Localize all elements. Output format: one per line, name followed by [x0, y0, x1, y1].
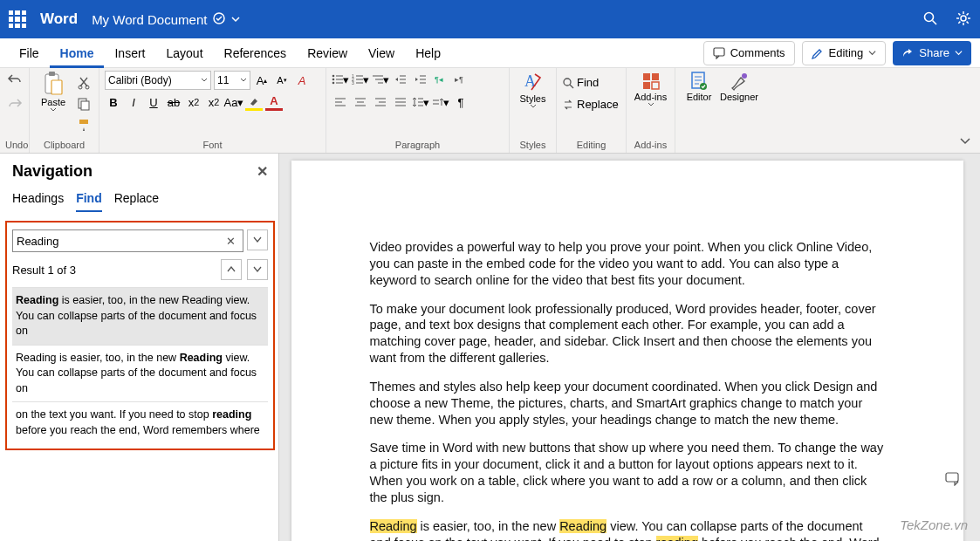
show-marks-button[interactable]: ¶ — [452, 93, 469, 111]
multilevel-list-button[interactable]: ▾ — [372, 71, 389, 88]
align-left-button[interactable] — [332, 93, 349, 111]
clear-format-button[interactable]: A — [293, 72, 311, 89]
shrink-font-button[interactable]: A▾ — [273, 72, 291, 89]
paste-button[interactable]: Paste — [35, 71, 72, 113]
editor-label: Editor — [687, 92, 712, 102]
addins-button[interactable]: Add-ins — [633, 71, 669, 107]
tab-layout[interactable]: Layout — [155, 38, 213, 68]
svg-rect-71 — [946, 473, 958, 482]
navtab-find[interactable]: Find — [76, 191, 102, 212]
font-color-button[interactable]: A — [265, 93, 283, 111]
rtl-button[interactable]: ▸¶ — [452, 71, 469, 88]
search-input[interactable] — [17, 235, 223, 248]
copy-button[interactable] — [75, 95, 93, 113]
strikethrough-button[interactable]: ab — [165, 93, 182, 111]
titlebar: Word My Word Document — [0, 0, 980, 38]
highlight: Reading — [559, 519, 607, 533]
subscript-button[interactable]: x2 — [185, 93, 202, 111]
highlight-color-button[interactable] — [245, 93, 263, 111]
decrease-indent-button[interactable] — [392, 71, 409, 88]
search-icon[interactable] — [922, 10, 938, 29]
comment-indicator-icon[interactable] — [945, 472, 961, 489]
search-input-wrapper: ✕ — [12, 229, 243, 252]
share-button[interactable]: Share — [893, 41, 971, 65]
format-painter-button[interactable] — [75, 116, 93, 134]
menu-tabs: File Home Insert Layout References Revie… — [0, 38, 980, 68]
svg-text:▸¶: ▸¶ — [455, 75, 463, 84]
paragraph: Reading is easier, too, in the new Readi… — [370, 518, 885, 541]
paragraph: To make your document look professionall… — [370, 301, 885, 366]
close-nav-icon[interactable]: ✕ — [257, 163, 268, 180]
svg-point-62 — [564, 79, 571, 86]
italic-button[interactable]: I — [125, 93, 142, 111]
search-result-item[interactable]: Reading is easier, too, in the new Readi… — [12, 287, 268, 345]
svg-line-9 — [967, 21, 969, 23]
document-area[interactable]: Video provides a powerful way to help yo… — [279, 154, 980, 541]
results-list: Reading is easier, too, in the new Readi… — [12, 287, 268, 443]
justify-button[interactable] — [392, 93, 409, 111]
change-case-button[interactable]: Aa▾ — [225, 93, 243, 111]
gear-icon[interactable] — [956, 10, 971, 29]
ltr-button[interactable]: ¶◂ — [432, 71, 449, 88]
ribbon: Undo Paste Clipboard Calibri (Body) 11 A… — [0, 68, 980, 154]
svg-line-10 — [958, 21, 960, 23]
tab-view[interactable]: View — [358, 38, 405, 68]
font-size-combo[interactable]: 11 — [214, 71, 250, 90]
underline-button[interactable]: U — [145, 93, 162, 111]
navtab-headings[interactable]: Headings — [12, 191, 64, 212]
app-launcher-icon[interactable] — [9, 10, 26, 28]
clear-search-icon[interactable]: ✕ — [223, 235, 239, 248]
designer-label: Designer — [720, 92, 758, 102]
doc-title[interactable]: My Word Document — [92, 12, 207, 27]
result-status: Result 1 of 3 — [12, 264, 76, 277]
editing-group-label: Editing — [562, 140, 620, 153]
tab-references[interactable]: References — [214, 38, 298, 68]
tab-home[interactable]: Home — [50, 38, 105, 68]
tab-file[interactable]: File — [9, 38, 50, 68]
editor-button[interactable]: Editor — [681, 71, 717, 102]
comments-button[interactable]: Comments — [703, 41, 795, 65]
bold-button[interactable]: B — [105, 93, 122, 111]
svg-line-8 — [958, 13, 960, 15]
align-right-button[interactable] — [372, 93, 389, 111]
paragraph-group-label: Paragraph — [332, 140, 504, 153]
editing-mode-button[interactable]: Editing — [802, 41, 887, 65]
tab-insert[interactable]: Insert — [104, 38, 155, 68]
align-center-button[interactable] — [352, 93, 369, 111]
font-name-combo[interactable]: Calibri (Body) — [105, 71, 211, 90]
redo-button[interactable] — [6, 95, 24, 113]
clipboard-group-label: Clipboard — [35, 140, 93, 153]
bullets-button[interactable]: ▾ — [332, 71, 349, 88]
svg-rect-65 — [652, 73, 659, 80]
svg-rect-15 — [51, 80, 62, 94]
replace-label: Replace — [577, 98, 619, 111]
replace-button[interactable]: Replace — [562, 98, 619, 111]
superscript-button[interactable]: x2 — [205, 93, 223, 111]
tab-help[interactable]: Help — [405, 38, 451, 68]
prev-result-button[interactable] — [221, 259, 242, 280]
designer-button[interactable]: Designer — [721, 71, 757, 102]
tab-review[interactable]: Review — [297, 38, 358, 68]
line-spacing-button[interactable]: ▾ — [412, 93, 429, 111]
find-button[interactable]: Find — [562, 76, 599, 89]
increase-indent-button[interactable] — [412, 71, 429, 88]
page[interactable]: Video provides a powerful way to help yo… — [291, 161, 963, 541]
comments-label: Comments — [730, 46, 785, 59]
search-result-item[interactable]: on the text you want. If you need to sto… — [12, 401, 268, 443]
paragraph: Video provides a powerful way to help yo… — [370, 239, 885, 289]
grow-font-button[interactable]: A▴ — [253, 72, 271, 89]
doc-dropdown-icon[interactable] — [231, 13, 240, 26]
numbering-button[interactable]: 123▾ — [352, 71, 369, 88]
paragraph: Themes and styles also help keep your do… — [370, 379, 885, 428]
cut-button[interactable] — [75, 74, 93, 92]
next-result-button[interactable] — [247, 259, 268, 280]
collapse-ribbon-icon[interactable] — [959, 134, 971, 147]
svg-point-3 — [961, 16, 966, 21]
undo-button[interactable] — [6, 71, 24, 88]
styles-button[interactable]: A Styles — [515, 71, 551, 109]
navtab-replace[interactable]: Replace — [114, 191, 159, 212]
paragraph-spacing-button[interactable]: ▾ — [432, 93, 449, 111]
search-result-item[interactable]: Reading is easier, too, in the new Readi… — [12, 345, 268, 402]
addins-group-label: Add-ins — [632, 140, 669, 153]
search-options-button[interactable] — [247, 229, 268, 250]
